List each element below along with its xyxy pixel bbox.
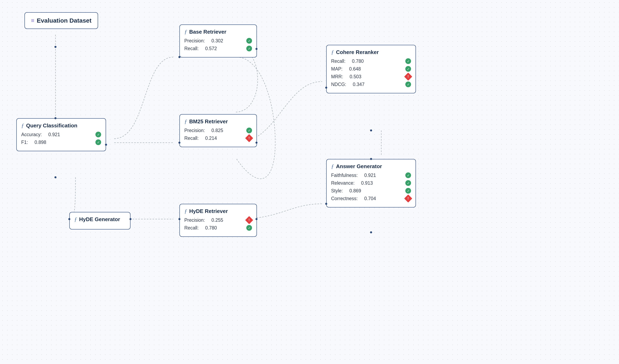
dot-qc-right — [105, 144, 107, 146]
ag-style-status: ✓ — [405, 188, 411, 194]
qc-accuracy-status: ✓ — [95, 132, 101, 137]
qc-f1-status: ✓ — [95, 140, 101, 145]
hyder-recall-row: Recall: 0.780 ✓ — [184, 225, 252, 231]
dot-hyder-right — [255, 218, 257, 220]
ag-relevance-status: ✓ — [405, 180, 411, 186]
dot-hydeg-right — [129, 218, 131, 220]
func-icon-hyder: ƒ — [184, 208, 187, 214]
hyder-precision-row: Precision: 0.255 — [184, 217, 252, 223]
bm25-precision-status: ✓ — [246, 127, 252, 133]
answer-generator-node[interactable]: ƒ Answer Generator Faithfulness: 0.921 ✓… — [326, 159, 416, 208]
grid-icon: ≡ — [31, 17, 34, 24]
bm25-retriever-title: ƒ BM25 Retriever — [184, 118, 252, 125]
br-recall-status: ✓ — [246, 46, 252, 51]
func-icon-qc: ƒ — [21, 122, 24, 129]
dot-eval-bottom — [55, 46, 56, 48]
qc-f1-row: F1: 0.898 ✓ — [21, 140, 101, 145]
ag-faithfulness-status: ✓ — [405, 172, 411, 178]
cr-ndcg-status: ✓ — [405, 82, 411, 87]
cr-recall-row: Recall: 0.780 ✓ — [331, 58, 411, 64]
dot-br-right — [255, 48, 257, 50]
hyde-generator-node[interactable]: ƒ HyDE Generator — [69, 212, 130, 229]
ag-relevance-row: Relevance: 0.913 ✓ — [331, 180, 411, 186]
hyde-generator-title: ƒ HyDE Generator — [74, 216, 126, 223]
bm25-recall-status — [245, 134, 253, 142]
cohere-reranker-node[interactable]: ƒ Cohere Reranker Recall: 0.780 ✓ MAP: 0… — [326, 45, 416, 93]
cohere-reranker-title: ƒ Cohere Reranker — [331, 49, 411, 56]
cr-recall-status: ✓ — [405, 58, 411, 64]
hyder-precision-status — [245, 216, 253, 224]
func-icon-cr: ƒ — [331, 49, 334, 56]
func-icon-hydeg: ƒ — [74, 216, 77, 223]
connections-layer — [0, 0, 619, 364]
dot-ag-top — [370, 158, 372, 160]
func-icon-ag: ƒ — [331, 163, 334, 169]
hyder-recall-status: ✓ — [246, 225, 252, 231]
cr-map-row: MAP: 0.648 ✓ — [331, 66, 411, 72]
dot-cr-left — [325, 87, 327, 89]
br-recall-row: Recall: 0.572 ✓ — [184, 46, 252, 51]
ag-correctness-status — [404, 195, 412, 203]
answer-generator-title: ƒ Answer Generator — [331, 163, 411, 169]
query-classification-title: ƒ Query Classification — [21, 122, 101, 129]
ag-correctness-row: Correctness: 0.704 — [331, 196, 411, 201]
evaluation-dataset-node[interactable]: ≡ Evaluation Dataset — [25, 12, 98, 29]
base-retriever-title: ƒ Base Retriever — [184, 28, 252, 35]
ag-style-row: Style: 0.869 ✓ — [331, 188, 411, 194]
cr-map-status: ✓ — [405, 66, 411, 72]
bm25-precision-row: Precision: 0.825 ✓ — [184, 127, 252, 133]
canvas: ≡ Evaluation Dataset ƒ Query Classificat… — [0, 0, 619, 364]
dot-bm25-left — [178, 142, 181, 144]
qc-accuracy-row: Accuracy: 0.921 ✓ — [21, 132, 101, 137]
dot-hydeg-left — [68, 218, 70, 220]
func-icon-br: ƒ — [184, 28, 187, 35]
base-retriever-node[interactable]: ƒ Base Retriever Precision: 0.302 ✓ Reca… — [179, 25, 257, 57]
hyde-retriever-title: ƒ HyDE Retriever — [184, 208, 252, 214]
dot-bm25-right — [255, 142, 257, 144]
dot-br-left — [178, 56, 181, 58]
bm25-recall-row: Recall: 0.214 — [184, 135, 252, 141]
func-icon-bm25: ƒ — [184, 118, 187, 125]
br-precision-row: Precision: 0.302 ✓ — [184, 38, 252, 44]
dot-qc-top — [55, 117, 56, 119]
dot-ag-bottom — [370, 231, 372, 233]
hyde-retriever-node[interactable]: ƒ HyDE Retriever Precision: 0.255 Recall… — [179, 204, 257, 237]
dot-cr-bottom — [370, 129, 372, 131]
bm25-retriever-node[interactable]: ƒ BM25 Retriever Precision: 0.825 ✓ Reca… — [179, 114, 257, 147]
dot-hyder-left — [178, 218, 181, 220]
evaluation-dataset-title: ≡ Evaluation Dataset — [31, 17, 92, 24]
cr-mrr-row: MRR: 0.503 — [331, 74, 411, 80]
ag-faithfulness-row: Faithfulness: 0.921 ✓ — [331, 172, 411, 178]
query-classification-node[interactable]: ƒ Query Classification Accuracy: 0.921 ✓… — [16, 118, 106, 151]
dot-ag-left — [325, 203, 327, 205]
br-precision-status: ✓ — [246, 38, 252, 44]
cr-mrr-status — [404, 72, 412, 81]
cr-ndcg-row: NDCG: 0.347 ✓ — [331, 82, 411, 87]
dot-qc-bottom — [55, 176, 56, 178]
